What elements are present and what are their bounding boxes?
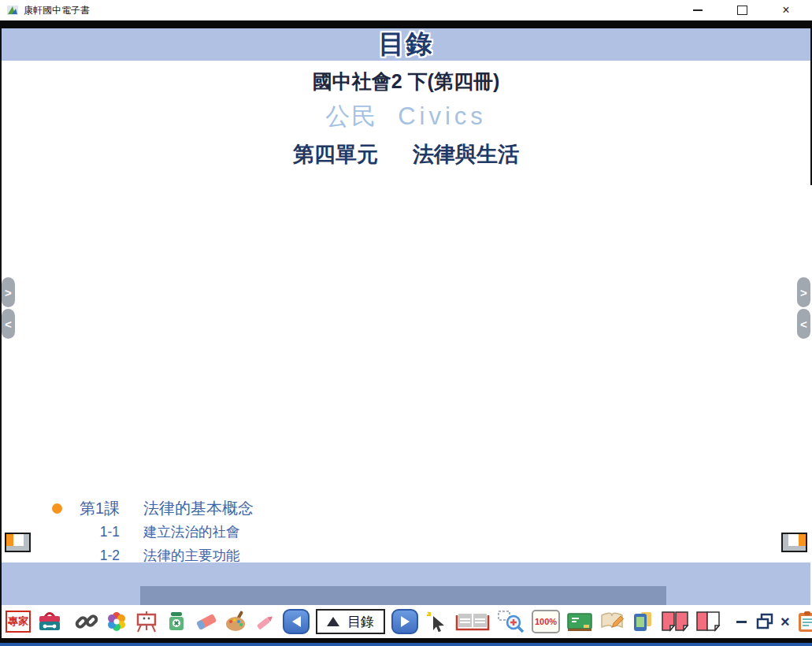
- section-row[interactable]: 2-2 人民基本權利的限制 162: [50, 360, 384, 384]
- section-row[interactable]: 3-4 民事責任 174: [50, 522, 384, 545]
- page-fold-left-button[interactable]: [5, 533, 31, 552]
- lesson-row[interactable]: 第2課 人民的基本權利與義務 153: [50, 313, 384, 336]
- workbook-pencil-icon: [599, 610, 625, 633]
- section-row[interactable]: 2-3 憲法規定的人民基本義務 163: [50, 384, 384, 407]
- book-view-button[interactable]: [454, 610, 491, 633]
- lesson-block: 第3課 民法與生活 167 3-1 民法規範的事項 168 3-2 民法的原則 …: [50, 427, 384, 545]
- right-nav-back-button[interactable]: <: [797, 309, 810, 339]
- toolbox-icon: [37, 610, 62, 633]
- subject-en: Civics: [398, 102, 487, 131]
- page-title: 目錄: [379, 27, 434, 62]
- section-row[interactable]: 3-3 民法上的行為能力 172: [50, 498, 384, 522]
- window-minimize-button[interactable]: [689, 3, 706, 17]
- color-tools-button[interactable]: [105, 610, 128, 633]
- workbook-button[interactable]: [599, 610, 625, 633]
- one-page-view-icon: [695, 610, 721, 633]
- link-tool-button[interactable]: [75, 610, 98, 633]
- toc-grid: 第1課 法律的基本概念 145 1-1 建立法治的社會 146 1-2 法律的主…: [50, 185, 746, 545]
- link-icon: [75, 610, 98, 633]
- clear-annotations-button[interactable]: [165, 610, 188, 633]
- expert-badge-left[interactable]: 專家: [6, 611, 31, 633]
- app-logo-icon: [6, 4, 19, 17]
- ebook-window: 康軒國中電子書 × 目錄 國中社會2 下(第四冊) 公民 Civics 第四單元…: [0, 0, 812, 646]
- chevron-left-icon: <: [5, 317, 12, 331]
- chevron-left-icon: <: [800, 317, 807, 331]
- lesson-row[interactable]: 第1課 法律的基本概念 145: [50, 185, 384, 209]
- next-page-button[interactable]: [391, 609, 418, 634]
- recycle-robot-icon: [165, 610, 188, 633]
- window-maximize-button[interactable]: [733, 3, 751, 17]
- expert-badge-left-label: 專家: [8, 614, 28, 629]
- marker-icon: [254, 610, 276, 633]
- bottom-accent-bar: [0, 643, 812, 646]
- two-page-view-icon: [661, 610, 689, 633]
- unit-label: 第四單元: [293, 140, 378, 169]
- left-nav-back-button[interactable]: <: [2, 309, 15, 339]
- page-fold-left-icon: [6, 534, 29, 546]
- toolbox-button[interactable]: [37, 610, 62, 633]
- notes-clipboard-button[interactable]: [796, 610, 812, 633]
- book-title: 國中社會2 下(第四冊): [2, 69, 810, 95]
- section-row[interactable]: 1-2 法律的主要功能 147: [50, 232, 384, 256]
- clipboard-icon: [796, 610, 812, 633]
- section-row[interactable]: 3-1 民法規範的事項 168: [50, 451, 384, 474]
- zoom-area-button[interactable]: [497, 610, 525, 633]
- minimize-icon: [693, 9, 703, 11]
- paint-palette-button[interactable]: [224, 610, 248, 633]
- right-nav-forward-button[interactable]: >: [797, 277, 810, 307]
- page-menu-up-icon: [327, 617, 339, 626]
- zoom-level-value: 100%: [535, 617, 557, 626]
- open-book-icon: [454, 610, 491, 633]
- toc-banner: 目錄: [2, 28, 810, 61]
- cursor-sparkle-icon: [425, 610, 448, 633]
- page-fold-right-button[interactable]: [781, 533, 807, 552]
- toolbar-restore-button[interactable]: [755, 612, 774, 631]
- drawer-handle[interactable]: [140, 586, 666, 605]
- two-page-view-button[interactable]: [661, 610, 689, 633]
- subject-heading: 公民 Civics: [2, 100, 810, 133]
- mobile-reader-button[interactable]: [631, 610, 654, 633]
- section-row[interactable]: 3-2 民法的原則 170: [50, 474, 384, 498]
- zoom-level-button[interactable]: 100%: [532, 610, 560, 633]
- subject-zh: 公民: [325, 100, 377, 133]
- pointer-tool-button[interactable]: [425, 610, 448, 633]
- ebook-content-frame: 目錄 國中社會2 下(第四冊) 公民 Civics 第四單元 法律與生活 第1課…: [0, 28, 812, 638]
- eraser-icon: [195, 610, 218, 633]
- current-page-label: 目錄: [347, 613, 374, 631]
- close-icon: ×: [782, 4, 789, 17]
- maximize-icon: [737, 6, 747, 15]
- section-row[interactable]: 2-1 人民基本權利的種類 154: [50, 336, 384, 360]
- minimize-icon: [736, 621, 747, 623]
- lesson-block: 第2課 人民的基本權利與義務 153 2-1 人民基本權利的種類 154 2-2…: [50, 313, 384, 407]
- page-selector[interactable]: 目錄: [316, 609, 385, 634]
- unit-heading: 第四單元 法律與生活: [2, 140, 810, 169]
- section-row[interactable]: 1-1 建立法治的社會 146: [50, 209, 384, 232]
- lesson-block: 第1課 法律的基本概念 145 1-1 建立法治的社會 146 1-2 法律的主…: [50, 185, 384, 280]
- chevron-right-icon: >: [5, 286, 12, 299]
- toolbar: 專家: [2, 605, 810, 638]
- window-titlebar: 康軒國中電子書 ×: [0, 0, 812, 20]
- mobile-reader-icon: [631, 610, 654, 633]
- prev-page-icon: [292, 616, 301, 627]
- section-no: 1-2: [71, 548, 120, 564]
- pinwheel-icon: [105, 610, 128, 633]
- blackboard-mode-button[interactable]: [566, 610, 593, 633]
- window-title: 康軒國中電子書: [24, 4, 90, 17]
- easel-icon: [135, 610, 158, 633]
- page-fold-right-icon: [783, 534, 806, 546]
- chevron-right-icon: >: [800, 286, 807, 299]
- close-icon: ×: [780, 613, 790, 631]
- highlighter-button[interactable]: [254, 610, 276, 633]
- palette-icon: [224, 610, 248, 633]
- eraser-button[interactable]: [195, 610, 218, 633]
- whiteboard-button[interactable]: [135, 610, 158, 633]
- toolbar-close-button[interactable]: ×: [780, 613, 790, 631]
- toolbar-minimize-button[interactable]: [733, 621, 749, 623]
- prev-page-button[interactable]: [283, 609, 310, 634]
- one-page-view-button[interactable]: [695, 610, 721, 633]
- left-nav-forward-button[interactable]: >: [2, 277, 15, 307]
- window-close-button[interactable]: ×: [777, 3, 795, 17]
- lesson-row[interactable]: 第3課 民法與生活 167: [50, 427, 384, 451]
- next-page-icon: [401, 616, 410, 627]
- section-row[interactable]: 1-3 法律的位階 148: [50, 256, 384, 280]
